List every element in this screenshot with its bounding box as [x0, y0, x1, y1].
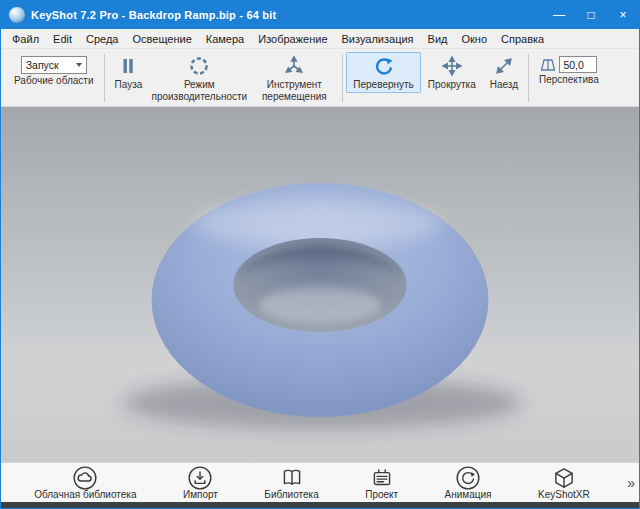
keyshotxr-label: KeyShotXR — [538, 490, 590, 500]
workspace-dropdown[interactable]: Запуск — [21, 56, 87, 74]
project-label: Проект — [365, 490, 398, 500]
workspace-tool: Запуск Рабочие области — [7, 52, 101, 89]
workspace-label: Рабочие области — [14, 75, 94, 87]
pause-label: Пауза — [115, 79, 143, 91]
toolbar-separator — [342, 54, 343, 102]
animation-label: Анимация — [445, 490, 492, 500]
perspective-label: Перспектива — [539, 74, 599, 86]
minimize-button[interactable]: — — [543, 1, 575, 29]
toolbar-separator — [528, 54, 529, 102]
move-tool-button[interactable]: Инструмент перемещения — [249, 52, 339, 104]
dolly-label: Наезд — [490, 79, 518, 91]
window-title: KeyShot 7.2 Pro - Backdrop Ramp.bip - 64… — [31, 9, 543, 21]
app-icon — [9, 7, 25, 23]
tumble-button[interactable]: Перевернуть — [346, 52, 421, 93]
bottom-dark-strip — [1, 502, 639, 508]
menu-render[interactable]: Визуализация — [335, 29, 421, 48]
tumble-icon — [373, 54, 395, 78]
pan-icon — [441, 54, 463, 78]
workspace-dropdown-value: Запуск — [26, 59, 59, 71]
close-button[interactable]: × — [607, 1, 639, 29]
perspective-icon — [540, 57, 556, 73]
import-button[interactable]: Импорт — [183, 465, 218, 500]
menu-camera[interactable]: Камера — [199, 29, 251, 48]
import-icon — [187, 465, 213, 491]
viewport-3d[interactable] — [1, 107, 639, 462]
animation-button[interactable]: Анимация — [445, 465, 492, 500]
move-tool-label: Инструмент перемещения — [256, 79, 332, 102]
keyshotxr-icon — [551, 465, 577, 491]
tumble-label: Перевернуть — [353, 79, 414, 91]
perspective-input[interactable] — [559, 56, 597, 73]
title-bar[interactable]: KeyShot 7.2 Pro - Backdrop Ramp.bip - 64… — [1, 1, 639, 29]
project-icon — [369, 465, 395, 491]
performance-mode-button[interactable]: Режим производительности — [149, 52, 249, 104]
menu-environment[interactable]: Среда — [79, 29, 125, 48]
menu-image[interactable]: Изображение — [251, 29, 334, 48]
main-toolbar: Запуск Рабочие области Пауза Режим произ… — [1, 49, 639, 107]
keyshotxr-button[interactable]: KeyShotXR — [538, 465, 590, 500]
menu-bar: Файл Edit Среда Освещение Камера Изображ… — [1, 29, 639, 49]
performance-mode-icon — [188, 54, 210, 78]
expand-ribbon-button[interactable]: » — [627, 475, 635, 491]
pan-button[interactable]: Прокрутка — [421, 52, 483, 93]
menu-edit[interactable]: Edit — [46, 29, 79, 48]
chevron-down-icon — [76, 63, 82, 67]
menu-view[interactable]: Вид — [421, 29, 455, 48]
pause-icon — [117, 54, 139, 78]
cloud-library-label: Облачная библиотека — [34, 490, 136, 500]
library-label: Библиотека — [264, 490, 318, 500]
library-button[interactable]: Библиотека — [264, 465, 318, 500]
menu-lighting[interactable]: Освещение — [126, 29, 199, 48]
pause-button[interactable]: Пауза — [108, 52, 150, 93]
cloud-icon — [72, 465, 98, 491]
import-label: Импорт — [183, 490, 218, 500]
keyshot-window: KeyShot 7.2 Pro - Backdrop Ramp.bip - 64… — [0, 0, 640, 509]
move-tool-icon — [283, 54, 305, 78]
dolly-button[interactable]: Наезд — [483, 52, 525, 93]
menu-file[interactable]: Файл — [5, 29, 46, 48]
animation-icon — [455, 465, 481, 491]
cloud-library-button[interactable]: Облачная библиотека — [34, 465, 136, 500]
bottom-ribbon: Облачная библиотека Импорт Библиотека — [1, 462, 639, 502]
library-icon — [279, 465, 305, 491]
performance-mode-label: Режим производительности — [151, 79, 247, 102]
pan-label: Прокрутка — [428, 79, 476, 91]
perspective-tool: Перспектива — [532, 52, 606, 88]
toolbar-separator — [104, 54, 105, 102]
menu-help[interactable]: Справка — [494, 29, 551, 48]
project-button[interactable]: Проект — [365, 465, 398, 500]
maximize-button[interactable]: □ — [575, 1, 607, 29]
menu-window[interactable]: Окно — [454, 29, 494, 48]
dolly-icon — [493, 54, 515, 78]
